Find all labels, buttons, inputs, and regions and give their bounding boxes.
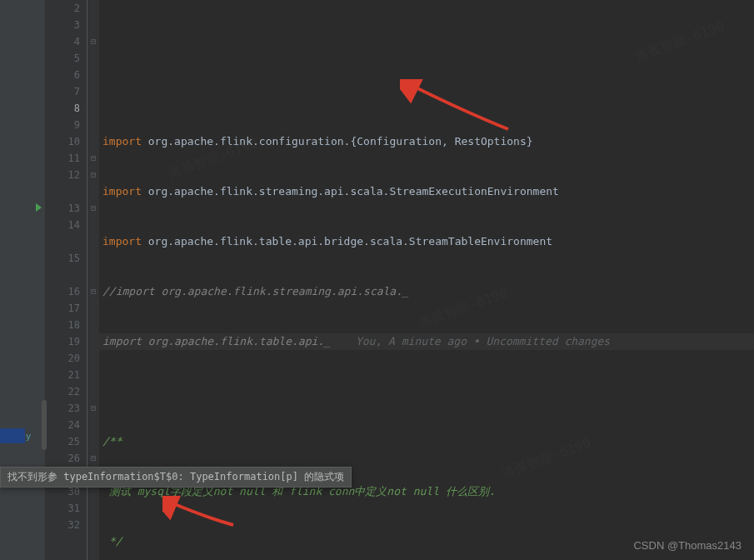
- code-line: import org.apache.flink.streaming.api.sc…: [99, 183, 754, 200]
- code-line: import org.apache.flink.table.api.bridge…: [99, 233, 754, 250]
- code-line: /**: [99, 433, 754, 450]
- code-line-current: import org.apache.flink.table.api._You, …: [99, 333, 754, 350]
- code-line: import org.apache.flink.configuration.{C…: [99, 133, 754, 150]
- code-line: [99, 383, 754, 400]
- selection-indicator: [0, 428, 25, 443]
- error-tooltip: 找不到形参 typeInformation$T$0: TypeInformati…: [0, 467, 352, 488]
- code-line: //import org.apache.flink.streaming.api.…: [99, 283, 754, 300]
- code-line: [99, 33, 754, 50]
- code-line: [99, 83, 754, 100]
- csdn-watermark: CSDN @Thomas2143: [633, 539, 742, 552]
- git-lens: You, A minute ago • Uncommitted changes: [356, 335, 610, 348]
